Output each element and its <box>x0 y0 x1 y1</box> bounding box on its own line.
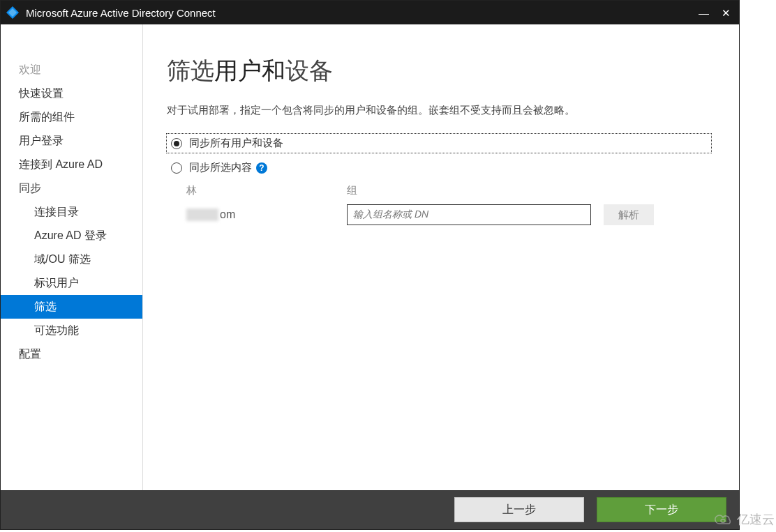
minimize-button[interactable]: — <box>699 8 709 18</box>
page-title-bold: 用户和 <box>214 57 285 84</box>
wizard-sidebar: 欢迎 快速设置 所需的组件 用户登录 连接到 Azure AD 同步 连接目录 … <box>1 24 143 490</box>
resolve-button[interactable]: 解析 <box>604 204 654 225</box>
grid-row: om 输入组名称或 DN 解析 <box>186 204 711 225</box>
forest-suffix: om <box>220 208 235 221</box>
filter-grid: 林 组 om 输入组名称或 DN 解析 <box>186 184 711 225</box>
window-title: Microsoft Azure Active Directory Connect <box>26 7 699 19</box>
header-group: 组 <box>347 184 605 197</box>
titlebar: Microsoft Azure Active Directory Connect… <box>1 1 739 24</box>
sidebar-item-components[interactable]: 所需的组件 <box>1 105 142 129</box>
sidebar-item-connect-azuread[interactable]: 连接到 Azure AD <box>1 153 142 176</box>
sidebar-item-domain-ou[interactable]: 域/OU 筛选 <box>1 248 142 271</box>
radio-sync-selected-label: 同步所选内容 <box>189 161 252 174</box>
grid-headers: 林 组 <box>186 184 711 197</box>
page-description: 对于试用部署，指定一个包含将同步的用户和设备的组。嵌套组不受支持而且会被忽略。 <box>167 104 711 117</box>
radio-sync-all[interactable] <box>171 138 182 149</box>
radio-sync-selected-row[interactable]: 同步所选内容 ? <box>167 158 711 177</box>
radio-sync-all-label: 同步所有用户和设备 <box>189 137 283 150</box>
close-button[interactable]: ✕ <box>722 8 731 18</box>
sidebar-item-welcome[interactable]: 欢迎 <box>1 58 142 82</box>
sidebar-item-express[interactable]: 快速设置 <box>1 82 142 105</box>
window-body: 欢迎 快速设置 所需的组件 用户登录 连接到 Azure AD 同步 连接目录 … <box>1 24 739 490</box>
forest-value: om <box>186 208 347 221</box>
forest-redacted <box>186 208 218 221</box>
radio-sync-all-row[interactable]: 同步所有用户和设备 <box>167 134 711 153</box>
sidebar-item-optional[interactable]: 可选功能 <box>1 319 142 342</box>
group-input[interactable]: 输入组名称或 DN <box>347 204 591 225</box>
page-title-prefix: 筛选 <box>167 57 214 84</box>
previous-button[interactable]: 上一步 <box>454 497 584 522</box>
radio-sync-selected[interactable] <box>171 162 182 174</box>
sidebar-item-sync[interactable]: 同步 <box>1 176 142 200</box>
azure-logo-icon <box>5 5 20 20</box>
wizard-footer: 上一步 下一步 <box>1 490 739 529</box>
header-forest: 林 <box>186 184 347 197</box>
next-button[interactable]: 下一步 <box>597 497 726 522</box>
sidebar-item-user-signin[interactable]: 用户登录 <box>1 129 142 153</box>
sidebar-item-identify-users[interactable]: 标识用户 <box>1 271 142 295</box>
sidebar-item-filter[interactable]: 筛选 <box>1 295 142 319</box>
page-title: 筛选用户和设备 <box>167 55 711 87</box>
help-icon[interactable]: ? <box>256 162 267 174</box>
app-window: Microsoft Azure Active Directory Connect… <box>0 0 740 530</box>
page-title-suffix: 设备 <box>285 57 333 84</box>
sidebar-item-connect-dirs[interactable]: 连接目录 <box>1 200 142 224</box>
wizard-main: 筛选用户和设备 对于试用部署，指定一个包含将同步的用户和设备的组。嵌套组不受支持… <box>143 24 739 490</box>
sidebar-item-azuread-signin[interactable]: Azure AD 登录 <box>1 224 142 248</box>
watermark-text: 亿速云 <box>737 511 775 528</box>
sidebar-item-configure[interactable]: 配置 <box>1 342 142 366</box>
